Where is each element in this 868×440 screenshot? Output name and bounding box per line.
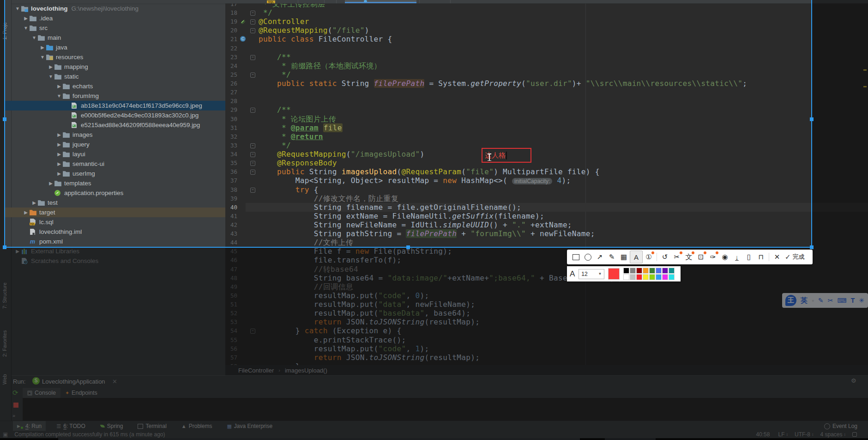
tab-separator (336, 0, 337, 3)
tree-expand-arrow[interactable]: ▶ (23, 210, 29, 215)
capture-handle-bottomleft[interactable] (3, 245, 6, 249)
ellipse-tool[interactable] (582, 251, 594, 263)
tree-expand-arrow[interactable]: ▼ (48, 74, 54, 79)
tree-item-label: forumImg (72, 92, 99, 99)
grab-text-tool[interactable]: ⊡ (695, 251, 707, 263)
capture-handle-right[interactable] (810, 117, 814, 121)
rect-tool[interactable] (570, 251, 582, 263)
font-size-dropdown[interactable]: 12▼ (579, 269, 604, 279)
tree-item[interactable]: ▶target (5, 208, 243, 217)
spring-gutter-icon[interactable] (240, 18, 246, 27)
ocr-tool[interactable]: ✂ (671, 251, 683, 263)
fold-marker[interactable]: − (250, 170, 255, 175)
current-color-swatch[interactable] (608, 268, 620, 280)
palette-swatch[interactable] (630, 274, 636, 280)
fold-marker[interactable]: − (250, 11, 255, 16)
tree-expand-arrow[interactable]: ▶ (56, 142, 62, 147)
fold-marker[interactable]: − (250, 143, 255, 148)
undo-tool[interactable]: ↺ (659, 251, 671, 263)
fold-marker[interactable]: − (250, 152, 255, 157)
translate-tool[interactable]: 文 (683, 251, 695, 263)
tree-item[interactable]: application.properties (12, 188, 261, 198)
tree-expand-arrow[interactable]: ▶ (56, 171, 62, 176)
save-tool[interactable]: ↓ (731, 251, 743, 263)
tree-item[interactable]: ▼src (12, 23, 236, 33)
tree-item[interactable]: ▶mapping (12, 62, 261, 72)
tree-item-root[interactable]: ▼loveclothingG:\newsheji\loveclothing (12, 4, 228, 13)
fold-marker[interactable]: − (250, 19, 255, 24)
tree-expand-arrow[interactable]: ▼ (31, 35, 37, 40)
palette-swatch[interactable] (623, 274, 629, 280)
tree-item[interactable]: ▼resources (12, 52, 253, 62)
capture-handle-bottom[interactable] (406, 245, 410, 249)
color-palette (623, 268, 675, 280)
tree-expand-arrow[interactable]: ▶ (48, 181, 54, 186)
class-gutter-icon[interactable]: C (240, 36, 246, 42)
tree-expand-arrow[interactable]: ▼ (39, 55, 46, 60)
line-number: 35 (225, 159, 237, 167)
tree-expand-arrow[interactable]: ▶ (31, 200, 37, 205)
capture-border-left[interactable] (4, 0, 5, 248)
text-tool[interactable]: A (630, 251, 643, 263)
line-number: 36 (225, 167, 237, 176)
palette-swatch[interactable] (649, 268, 655, 274)
tree-item[interactable]: ▶test (12, 198, 245, 208)
cancel-tool[interactable]: ✕ (771, 251, 783, 263)
tree-item[interactable]: ▶java (12, 43, 253, 52)
tree-expand-arrow[interactable]: ▶ (39, 45, 46, 50)
palette-swatch[interactable] (636, 274, 642, 280)
tree-item-label: target (39, 209, 55, 216)
palette-swatch[interactable] (669, 268, 675, 274)
mosaic-tool[interactable]: ▦ (618, 251, 630, 263)
pen-tool[interactable]: ✎ (606, 251, 618, 263)
palette-swatch[interactable] (643, 274, 649, 280)
pin-tool[interactable]: ✑ (707, 251, 719, 263)
capture-handle-left[interactable] (3, 117, 6, 121)
palette-swatch[interactable] (656, 268, 662, 274)
palette-swatch[interactable] (662, 274, 668, 280)
tree-expand-arrow[interactable]: ▼ (14, 6, 21, 11)
project-root-path: G:\newsheji\loveclothing (72, 5, 139, 12)
fold-marker[interactable]: − (250, 188, 255, 193)
editor-tab-strip[interactable]: SQL (225, 0, 868, 4)
palette-swatch[interactable] (669, 274, 675, 280)
palette-swatch[interactable] (630, 268, 636, 274)
tree-item[interactable]: ▼main (12, 33, 245, 43)
tree-item[interactable]: ▶.idea (12, 13, 236, 23)
record-tool[interactable]: ◉ (719, 251, 731, 263)
palette-swatch[interactable] (656, 274, 662, 280)
tree-expand-arrow[interactable]: ▶ (23, 16, 29, 21)
tree-item-label: resources (56, 54, 83, 61)
tree-expand-arrow[interactable]: ▼ (56, 93, 62, 98)
bookmark-tool[interactable]: ⊓ (755, 251, 767, 263)
tree-item[interactable]: SQLlc.sql (12, 217, 236, 227)
capture-border-right[interactable] (811, 0, 812, 248)
tree-item[interactable]: ▼static (12, 72, 261, 81)
done-button[interactable]: ✓完成 (783, 253, 807, 261)
fold-marker[interactable]: − (250, 28, 255, 33)
palette-swatch[interactable] (649, 274, 655, 280)
tree-item[interactable]: mpom.xml (12, 237, 236, 246)
tree-item[interactable]: ▶templates (12, 178, 261, 188)
palette-swatch[interactable] (623, 268, 629, 274)
fold-marker[interactable]: − (250, 108, 255, 113)
tree-expand-arrow[interactable]: ▶ (56, 84, 62, 89)
tree-item[interactable]: loveclothing.iml (12, 227, 236, 237)
palette-swatch[interactable] (636, 268, 642, 274)
capture-handle-bottomright[interactable] (810, 245, 814, 249)
folder-icon (62, 141, 70, 148)
tree-expand-arrow[interactable]: ▶ (56, 161, 62, 166)
step-number-tool[interactable]: ① (643, 251, 655, 263)
phone-tool[interactable]: ▯ (743, 251, 755, 263)
fold-marker[interactable]: − (250, 55, 255, 60)
tree-expand-arrow[interactable]: ▶ (56, 152, 62, 157)
palette-swatch[interactable] (643, 268, 649, 274)
palette-swatch[interactable] (662, 268, 668, 274)
fold-marker[interactable]: − (250, 161, 255, 166)
tree-expand-arrow[interactable]: ▶ (48, 64, 54, 69)
fold-marker[interactable]: − (250, 73, 255, 78)
tree-expand-arrow[interactable]: ▼ (23, 25, 29, 31)
arrow-tool[interactable]: ↗ (594, 251, 606, 263)
tree-expand-arrow[interactable]: ▶ (56, 132, 62, 137)
folder-icon (37, 199, 45, 206)
